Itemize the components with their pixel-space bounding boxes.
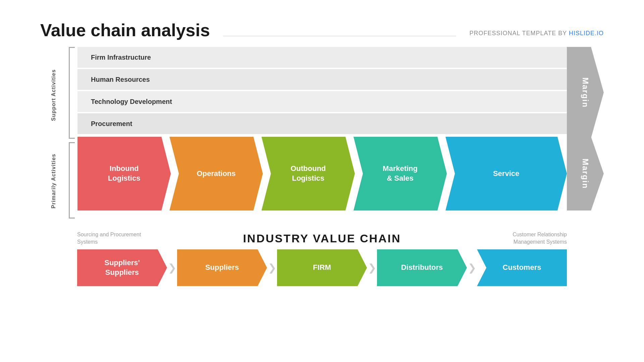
page-title: Value chain analysis xyxy=(40,20,210,40)
margin-bottom: Margin xyxy=(567,137,604,210)
primary-operations: Operations xyxy=(169,137,263,210)
header: Value chain analysis PROFESSIONAL TEMPLA… xyxy=(40,20,604,40)
braces xyxy=(69,47,75,219)
page: Value chain analysis PROFESSIONAL TEMPLA… xyxy=(0,0,644,362)
professional-template: PROFESSIONAL TEMPLATE by HiSlide.io xyxy=(470,30,604,37)
main-diagram: Firm Infrastructure Human Resources Tech… xyxy=(77,47,604,219)
ind-distributors: Distributors xyxy=(377,249,467,286)
chevron-4: ❯ xyxy=(467,249,477,286)
primary-arrows: InboundLogistics Operations OutboundLogi… xyxy=(77,137,567,210)
ind-customers: Customers xyxy=(477,249,567,286)
industry-left-label: Sourcing and Procurement Systems xyxy=(77,231,151,246)
chevron-1: ❯ xyxy=(167,249,177,286)
support-row-3: Technology Development xyxy=(77,91,567,112)
support-activities-label: Support Activities xyxy=(51,45,57,142)
primary-label-wrapper: Primarily Activities xyxy=(40,143,67,219)
chevron-3: ❯ xyxy=(367,249,377,286)
industry-labels-row: Sourcing and Procurement Systems INDUSTR… xyxy=(40,231,604,246)
industry-title: INDUSTRY VALUE CHAIN xyxy=(243,232,401,245)
support-row-4: Procurement xyxy=(77,113,567,134)
brace-primary xyxy=(69,142,75,219)
margin-top-label: Margin xyxy=(581,77,590,108)
sidebar-labels: Support Activities Primarily Activities xyxy=(40,47,67,219)
ind-suppliers-suppliers: Suppliers'Suppliers xyxy=(77,249,167,286)
chevron-2: ❯ xyxy=(267,249,277,286)
support-row-1: Firm Infrastructure xyxy=(77,47,567,68)
header-divider xyxy=(223,36,456,36)
brace-support xyxy=(69,47,75,139)
margin-bottom-label: Margin xyxy=(581,159,590,189)
primary-activities-label: Primarily Activities xyxy=(51,137,57,225)
primary-service: Service xyxy=(445,137,567,210)
primary-outbound: OutboundLogistics xyxy=(262,137,355,210)
ind-suppliers: Suppliers xyxy=(177,249,267,286)
margin-top: Margin xyxy=(567,47,604,138)
support-row-2: Human Resources xyxy=(77,69,567,90)
primary-container: InboundLogistics Operations OutboundLogi… xyxy=(77,137,604,210)
support-rows-container: Firm Infrastructure Human Resources Tech… xyxy=(77,47,604,134)
ind-firm: FIRM xyxy=(277,249,367,286)
industry-right-label: Customer Relationship Management Systems xyxy=(493,231,567,246)
primary-marketing: Marketing& Sales xyxy=(354,137,447,210)
primary-inbound: InboundLogistics xyxy=(77,137,171,210)
support-label-wrapper: Support Activities xyxy=(40,47,67,140)
value-chain-area: Support Activities Primarily Activities … xyxy=(40,47,604,219)
industry-arrows: Suppliers'Suppliers ❯ Suppliers ❯ FIRM ❯ xyxy=(40,249,604,286)
industry-section: Sourcing and Procurement Systems INDUSTR… xyxy=(40,231,604,286)
